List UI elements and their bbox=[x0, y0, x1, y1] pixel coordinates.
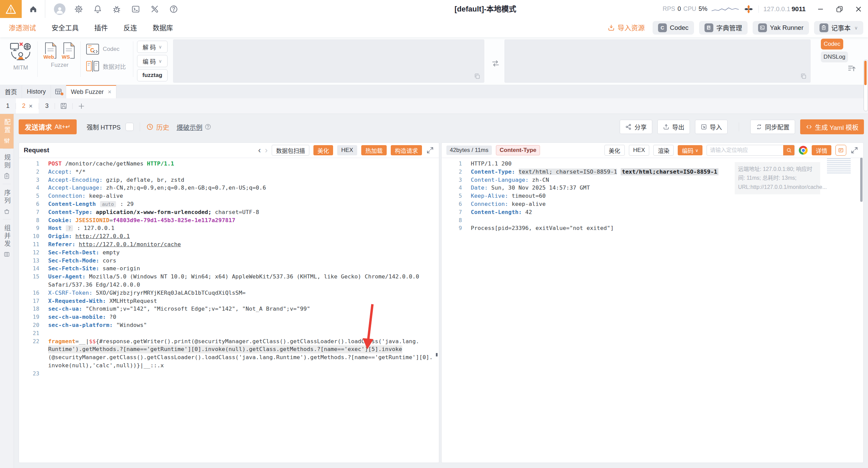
menu-item-pentest[interactable]: 渗透测试 bbox=[9, 23, 36, 33]
tab-home[interactable]: 首页 bbox=[0, 85, 22, 98]
menu-item-sectools[interactable]: 安全工具 bbox=[52, 23, 79, 33]
menu-item-database[interactable]: 数据库 bbox=[153, 23, 173, 33]
menu-item-plugins[interactable]: 插件 bbox=[94, 23, 108, 33]
export-button[interactable]: 导出 bbox=[657, 120, 690, 134]
bag-icon bbox=[3, 208, 10, 215]
sync-config-button[interactable]: 同步配置 bbox=[750, 120, 795, 134]
app-logo-icon[interactable] bbox=[0, 0, 22, 18]
rps-value: 0 bbox=[677, 5, 681, 13]
tab-table-icon[interactable] bbox=[51, 85, 66, 98]
notifications-bell-icon[interactable] bbox=[88, 0, 107, 18]
force-https-checkbox[interactable] bbox=[126, 123, 134, 131]
fullscreen-icon[interactable] bbox=[426, 146, 434, 154]
generate-yaml-button[interactable]: 生成 Yaml 模板 bbox=[800, 119, 864, 134]
dnslog-side-tab[interactable]: DNSLog bbox=[821, 52, 848, 62]
codec-shortcut-button[interactable]: C Codec bbox=[653, 21, 694, 35]
fuzzer-tab-3[interactable]: 3 bbox=[39, 98, 55, 114]
response-editor[interactable]: 1HTTP/1.1 2002Content-Type: text/html; c… bbox=[442, 158, 863, 463]
render-button[interactable]: 渲染 bbox=[653, 145, 674, 156]
import-icon bbox=[607, 24, 615, 32]
add-fuzzer-tab-button[interactable] bbox=[73, 98, 90, 114]
fuzzer-tab-2[interactable]: 2 × bbox=[16, 98, 39, 114]
help-circle-icon[interactable] bbox=[205, 123, 211, 130]
tab-web-fuzzer[interactable]: Web Fuzzer × bbox=[66, 85, 116, 98]
response-stats-badge: 42bytes / 11ms bbox=[446, 145, 492, 155]
codec-input-area[interactable] bbox=[173, 39, 484, 83]
import-resource-button[interactable]: 导入资源 bbox=[607, 23, 645, 33]
share-button[interactable]: 分享 bbox=[620, 120, 652, 134]
content-type-badge[interactable]: Content-Type bbox=[496, 145, 540, 155]
fullscreen-icon[interactable] bbox=[850, 146, 859, 154]
beautify-button[interactable]: 美化 bbox=[313, 145, 333, 155]
user-avatar[interactable] bbox=[50, 0, 69, 18]
code-line: 11Referer: http://127.0.0.1/monitor/cach… bbox=[19, 240, 439, 249]
quick-tools-band: MITM Web WS Fuzzer C Codec 数据对比 bbox=[0, 37, 868, 85]
copy-icon[interactable] bbox=[800, 73, 807, 80]
prev-request-icon[interactable]: ‹ bbox=[258, 145, 261, 155]
decode-button[interactable]: 解 码∨ bbox=[137, 41, 168, 53]
dictionary-manager-button[interactable]: 字典管理 bbox=[699, 21, 748, 35]
close-button[interactable] bbox=[849, 0, 868, 18]
band-scrollbar[interactable] bbox=[864, 60, 868, 111]
settings-gear-icon[interactable] bbox=[69, 0, 88, 18]
yak-engine-icon[interactable] bbox=[744, 4, 754, 14]
hex-button[interactable]: HEX bbox=[629, 145, 650, 156]
fuzzer-tab-1[interactable]: 1 bbox=[0, 98, 16, 114]
blast-example-link[interactable]: 爆破示例 bbox=[177, 122, 202, 132]
bug-report-icon[interactable] bbox=[107, 0, 126, 18]
window-title: [default]-本地模式 bbox=[455, 0, 516, 18]
svg-text:C: C bbox=[90, 47, 94, 53]
minimize-button[interactable] bbox=[811, 0, 830, 18]
chevron-down-icon: ∨ bbox=[158, 58, 162, 64]
packet-scan-button[interactable]: 数据包扫描 bbox=[272, 145, 309, 156]
send-request-button[interactable]: 发送请求 Alt+↵ bbox=[19, 119, 77, 134]
swap-icon[interactable] bbox=[490, 59, 501, 68]
history-button[interactable]: 历史 bbox=[146, 122, 169, 132]
codec-side-tab[interactable]: Codec bbox=[821, 39, 843, 50]
sidebar-item-config[interactable]: 配置 bbox=[0, 114, 14, 149]
search-button[interactable] bbox=[783, 145, 794, 155]
fuzzer-tool[interactable]: Web WS Fuzzer bbox=[42, 42, 77, 69]
hex-button[interactable]: HEX bbox=[337, 145, 357, 155]
sidebar-item-sequence[interactable]: 序列 bbox=[0, 184, 14, 219]
restore-button[interactable] bbox=[830, 0, 849, 18]
actionbar-right: 分享 导出 导入 同步配置 生成 Yaml 模板 bbox=[620, 119, 864, 134]
close-tab-icon[interactable]: × bbox=[108, 89, 112, 96]
code-line: 18sec-ch-ua: "Chromium";v="142", "Micros… bbox=[19, 305, 439, 313]
tools-icon[interactable] bbox=[145, 0, 164, 18]
next-request-icon[interactable]: › bbox=[265, 145, 268, 155]
console-terminal-icon[interactable] bbox=[126, 0, 145, 18]
encode-button[interactable]: 编 码∨ bbox=[137, 55, 168, 67]
editor-scrollbar[interactable] bbox=[860, 158, 863, 202]
home-button[interactable] bbox=[22, 0, 45, 18]
construct-request-button[interactable]: 构造请求 bbox=[391, 145, 422, 155]
codec-tool[interactable]: C Codec bbox=[86, 43, 119, 55]
request-editor[interactable]: 1POST /monitor/cache/getNames HTTP/1.12A… bbox=[19, 158, 439, 463]
report-icon[interactable] bbox=[835, 145, 846, 156]
beautify-button[interactable]: 美化 bbox=[604, 145, 625, 156]
save-fuzzer-button[interactable] bbox=[55, 98, 72, 114]
sidebar-item-concurrent-group[interactable]: 组并发 bbox=[0, 219, 14, 262]
code-line: 9Host ? : 127.0.0.1 bbox=[19, 224, 439, 232]
import-button[interactable]: 导入 bbox=[695, 120, 728, 134]
encode-button[interactable]: 编码∨ bbox=[678, 145, 702, 155]
tab-history[interactable]: History bbox=[22, 85, 51, 98]
open-in-chrome-icon[interactable] bbox=[799, 146, 808, 155]
menu-item-reverse[interactable]: 反连 bbox=[123, 23, 137, 33]
fuzztag-button[interactable]: fuzztag bbox=[137, 69, 168, 81]
detail-button[interactable]: 详情 bbox=[812, 145, 831, 155]
web-fuzzer-icon: Web bbox=[44, 42, 57, 60]
yak-runner-button[interactable]: Yak Runner bbox=[753, 21, 809, 35]
hotload-button[interactable]: 热加载 bbox=[361, 145, 387, 155]
mitm-tool[interactable]: MITM bbox=[7, 42, 35, 71]
search-response-input[interactable] bbox=[707, 147, 783, 153]
sliders-icon bbox=[3, 137, 10, 144]
collapse-panel-icon[interactable] bbox=[847, 64, 857, 73]
codec-output-area[interactable] bbox=[504, 39, 811, 83]
close-tab-icon[interactable]: × bbox=[29, 102, 33, 110]
copy-icon[interactable] bbox=[474, 73, 481, 80]
notepad-button[interactable]: 记事本 ∨ bbox=[814, 21, 863, 35]
data-compare-tool[interactable]: 数据对比 bbox=[86, 60, 126, 72]
sidebar-item-rules[interactable]: 规则 bbox=[0, 149, 14, 184]
help-icon[interactable] bbox=[164, 0, 183, 18]
